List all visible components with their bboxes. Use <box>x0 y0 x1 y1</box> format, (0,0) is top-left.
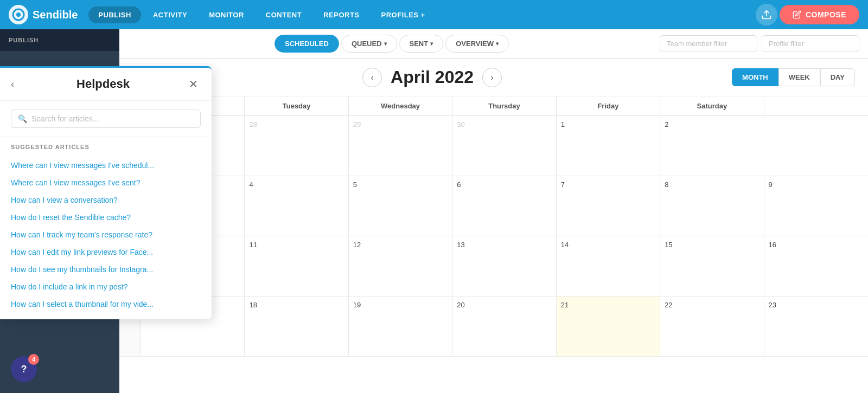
top-nav: Sendible PUBLISH ACTIVITY MONITOR CONTEN… <box>0 0 868 29</box>
nav-content[interactable]: CONTENT <box>256 7 311 23</box>
helpdesk-panel: ‹ Helpdesk ✕ 🔍 SUGGESTED ARTICLES Where … <box>0 66 212 319</box>
calendar-days-header: Monday Tuesday Wednesday Thursday Friday… <box>119 96 868 116</box>
article-2[interactable]: How can I view a conversation? <box>11 191 201 209</box>
calendar-header: ‹ April 2022 › MONTH WEEK DAY <box>119 59 868 96</box>
cal-cell-14[interactable]: 14 <box>557 236 660 296</box>
helpdesk-search-area: 🔍 <box>0 101 212 137</box>
next-month-button[interactable]: › <box>482 68 502 87</box>
cal-cell-6[interactable]: 6 <box>452 176 556 236</box>
cal-cell-30[interactable]: 30 <box>452 116 556 176</box>
suggested-articles-section: SUGGESTED ARTICLES Where can I view mess… <box>0 137 212 319</box>
article-3[interactable]: How do I reset the Sendible cache? <box>11 209 201 226</box>
calendar-week-3: 10 11 12 13 14 15 16 <box>119 236 868 297</box>
cal-cell-19[interactable]: 19 <box>349 297 452 356</box>
sent-chevron: ▾ <box>430 41 433 47</box>
content-area: SCHEDULED QUEUED ▾ SENT ▾ OVERVIEW ▾ <box>119 29 868 393</box>
cal-cell-16[interactable]: 16 <box>764 236 868 296</box>
tab-overview[interactable]: OVERVIEW ▾ <box>445 35 509 53</box>
nav-publish[interactable]: PUBLISH <box>88 7 141 23</box>
help-label: ? <box>21 364 27 375</box>
cal-cell-22[interactable]: 22 <box>660 297 764 356</box>
article-1[interactable]: Where can I view messages I've sent? <box>11 174 201 191</box>
search-icon: 🔍 <box>18 114 27 123</box>
article-5[interactable]: How can I edit my link previews for Face… <box>11 243 201 261</box>
cal-cell-7[interactable]: 7 <box>557 176 660 236</box>
calendar-grid: Monday Tuesday Wednesday Thursday Friday… <box>119 96 868 393</box>
logo-text: Sendible <box>33 9 78 21</box>
upload-button[interactable] <box>756 4 777 25</box>
calendar-week-4: 17 18 19 20 21 22 23 <box>119 297 868 357</box>
cal-cell-2[interactable]: 2 <box>660 116 764 176</box>
queued-chevron: ▾ <box>384 41 387 47</box>
cal-cell-13[interactable]: 13 <box>452 236 556 296</box>
sub-nav-tabs: SCHEDULED QUEUED ▾ SENT ▾ OVERVIEW ▾ <box>128 35 655 53</box>
day-saturday: Saturday <box>660 96 764 115</box>
cal-cell-4[interactable]: 4 <box>245 176 348 236</box>
sendible-logo-icon <box>9 5 28 24</box>
helpdesk-title: Helpdesk <box>21 77 186 91</box>
cal-cell-1[interactable]: 1 <box>557 116 660 176</box>
article-6[interactable]: How do I see my thumbnails for Instagra.… <box>11 261 201 278</box>
tab-scheduled[interactable]: SCHEDULED <box>275 35 339 53</box>
sub-nav: SCHEDULED QUEUED ▾ SENT ▾ OVERVIEW ▾ <box>119 29 868 59</box>
cal-cell-21[interactable]: 21 <box>557 297 660 356</box>
cal-cell-5[interactable]: 5 <box>349 176 452 236</box>
cal-cell-23[interactable]: 23 <box>764 297 868 356</box>
cal-cell-28[interactable]: 28 <box>245 116 348 176</box>
nav-profiles[interactable]: PROFILES + <box>372 7 435 23</box>
view-switcher: MONTH WEEK DAY <box>732 68 855 86</box>
article-4[interactable]: How can I track my team's response rate? <box>11 226 201 243</box>
view-week-button[interactable]: WEEK <box>778 68 820 86</box>
cal-cell-12[interactable]: 12 <box>349 236 452 296</box>
cal-cell-9[interactable]: 9 <box>764 176 868 236</box>
day-wednesday: Wednesday <box>349 96 452 115</box>
article-0[interactable]: Where can I view messages I've schedul..… <box>11 157 201 174</box>
prev-month-button[interactable]: ‹ <box>362 68 382 87</box>
view-day-button[interactable]: DAY <box>820 68 855 86</box>
tab-sent[interactable]: SENT ▾ <box>399 35 444 53</box>
nav-activity[interactable]: ACTIVITY <box>143 7 197 23</box>
svg-point-2 <box>16 12 21 17</box>
cal-cell-18[interactable]: 18 <box>245 297 348 356</box>
cal-cell-15[interactable]: 15 <box>660 236 764 296</box>
help-button[interactable]: ? 4 <box>11 356 37 382</box>
nav-reports[interactable]: REPORTS <box>314 7 369 23</box>
sidebar-header: PUBLISH <box>0 29 119 51</box>
calendar-week-2: 3 4 5 6 7 8 9 <box>119 176 868 236</box>
day-tuesday: Tuesday <box>245 96 348 115</box>
helpdesk-search-input[interactable] <box>31 114 194 123</box>
main-layout: PUBLISH SCHEDULED QUEUED ▾ SENT ▾ OVERVI… <box>0 29 868 393</box>
team-filter-input[interactable] <box>660 35 757 52</box>
cal-cell-11[interactable]: 11 <box>245 236 348 296</box>
profile-filter-input[interactable] <box>762 35 859 52</box>
overview-chevron: ▾ <box>496 41 499 47</box>
helpdesk-back-button[interactable]: ‹ <box>11 79 14 90</box>
day-friday: Friday <box>557 96 660 115</box>
view-month-button[interactable]: MONTH <box>732 68 778 86</box>
help-badge: 4 <box>28 354 39 365</box>
calendar-nav: ‹ April 2022 › <box>132 67 732 87</box>
logo-area[interactable]: Sendible <box>9 5 78 24</box>
article-7[interactable]: How do I include a link in my post? <box>11 278 201 295</box>
tab-queued[interactable]: QUEUED ▾ <box>341 35 397 53</box>
cal-cell-8[interactable]: 8 <box>660 176 764 236</box>
calendar-week-1: 27 28 29 30 1 2 <box>119 116 868 176</box>
upload-icon <box>761 9 772 20</box>
cal-cell-20[interactable]: 20 <box>452 297 556 356</box>
suggested-label: SUGGESTED ARTICLES <box>11 144 201 150</box>
compose-pencil-icon <box>793 10 801 19</box>
cal-cell-29[interactable]: 29 <box>349 116 452 176</box>
calendar-month-title: April 2022 <box>391 67 474 87</box>
helpdesk-header: ‹ Helpdesk ✕ <box>0 68 212 101</box>
day-thursday: Thursday <box>452 96 556 115</box>
search-wrapper: 🔍 <box>11 109 201 128</box>
compose-button[interactable]: COMPOSE <box>780 5 859 24</box>
helpdesk-close-button[interactable]: ✕ <box>186 76 201 92</box>
nav-monitor[interactable]: MONITOR <box>199 7 254 23</box>
article-8[interactable]: How can I select a thumbnail for my vide… <box>11 295 201 313</box>
